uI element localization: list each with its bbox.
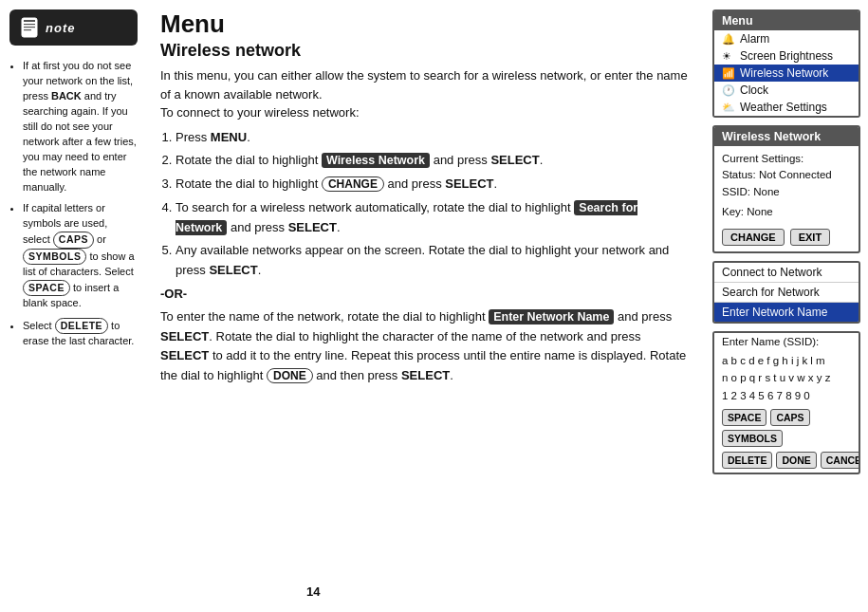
note-label: note	[46, 21, 75, 35]
note-box: note	[9, 9, 138, 46]
step-2: Rotate the dial to highlight Wireless Ne…	[175, 151, 692, 171]
step-5: Any available networks appear on the scr…	[175, 241, 692, 281]
search-for-network-label: Search for Network	[722, 286, 820, 299]
enter-name-btns-row2: DELETE DONE CANCEL	[714, 450, 859, 473]
chars-row3: 1 2 3 4 5 6 7 8 9 0	[722, 387, 851, 404]
menu-item-brightness-label: Screen Brightness	[740, 49, 833, 63]
search-network-highlight: Search for Network	[175, 200, 637, 235]
svg-rect-2	[24, 24, 35, 25]
clock-icon: 🕐	[722, 84, 735, 97]
menu-item-alarm[interactable]: 🔔 Alarm	[714, 30, 859, 47]
list-item: If capital letters or symbols are used, …	[23, 201, 138, 310]
list-item: Select DELETE to erase the last characte…	[23, 318, 138, 349]
enter-network-name-item[interactable]: Enter Network Name	[714, 303, 859, 322]
wireless-ssid-label: SSID: None	[722, 184, 851, 200]
chars-row1: a b c d e f g h i j k l m	[722, 352, 851, 369]
enter-network-name-label: Enter Network Name	[722, 306, 827, 319]
menu-header: Menu	[714, 11, 859, 30]
select-bold-2: SELECT	[490, 153, 539, 167]
connect-to-network-box: Connect to Network Search for Network En…	[712, 261, 860, 324]
menu-item-screen-brightness[interactable]: ☀ Screen Brightness	[714, 47, 859, 65]
svg-rect-4	[24, 29, 31, 30]
change-oval: CHANGE	[322, 176, 384, 192]
menu-bold: MENU	[211, 130, 247, 144]
page-title: Menu	[160, 9, 692, 39]
enter-name-box: Enter Name (SSID): a b c d e f g h i j k…	[712, 331, 860, 474]
step-4: To search for a wireless network automat…	[175, 198, 692, 238]
wireless-network-highlight: Wireless Network	[322, 153, 430, 168]
or-line: -OR-	[160, 285, 692, 305]
wireless-status-box: Wireless Network Current Settings: Statu…	[712, 125, 860, 253]
intro-text: In this menu, you can either allow the s…	[160, 66, 692, 122]
svg-rect-1	[24, 20, 35, 22]
enter-name-btns-row1: SPACE CAPS SYMBOLS	[714, 406, 859, 450]
cancel-button[interactable]: CANCEL	[821, 452, 860, 469]
enter-name-chars: a b c d e f g h i j k l m n o p q r s t …	[714, 349, 859, 406]
brightness-icon: ☀	[722, 50, 735, 63]
search-for-network-item[interactable]: Search for Network	[714, 283, 859, 303]
select-bold-7: SELECT	[160, 348, 209, 362]
wireless-buttons: CHANGE EXIT	[714, 225, 859, 251]
caps-oval: CAPS	[53, 232, 94, 248]
select-bold-8: SELECT	[401, 368, 450, 382]
alarm-icon: 🔔	[722, 33, 735, 46]
wireless-current-label: Current Settings:	[722, 151, 851, 167]
symbols-oval: SYMBOLS	[23, 249, 86, 265]
menu-item-wireless-network[interactable]: 📶 Wireless Network	[714, 65, 859, 82]
menu-item-weather[interactable]: ⛅ Weather Settings	[714, 99, 859, 116]
symbols-button[interactable]: SYMBOLS	[722, 430, 783, 447]
wireless-key-label: Key: None	[722, 204, 851, 220]
wireless-status-header: Wireless Network	[714, 127, 859, 146]
left-panel: note If at first you do not see your net…	[0, 0, 147, 612]
caps-button[interactable]: CAPS	[770, 409, 809, 426]
change-button[interactable]: CHANGE	[722, 229, 785, 246]
wireless-status-content: Current Settings: Status: Not Connected …	[714, 146, 859, 225]
connect-to-network-label: Connect to Network	[722, 266, 822, 279]
delete-button[interactable]: DELETE	[722, 452, 772, 469]
to-connect-text: To connect to your wireless network:	[160, 105, 360, 120]
done-oval: DONE	[267, 368, 313, 383]
chars-row2: n o p q r s t u v w x y z	[722, 369, 851, 386]
wireless-status-label: Status: Not Connected	[722, 167, 851, 183]
exit-button[interactable]: EXIT	[790, 229, 830, 246]
back-bold: BACK	[51, 90, 82, 102]
svg-rect-3	[24, 27, 35, 28]
delete-oval: DELETE	[55, 318, 108, 334]
enter-name-title: Enter Name (SSID):	[714, 333, 859, 349]
wireless-icon: 📶	[722, 67, 735, 80]
intro-sentence1: In this menu, you can either allow the s…	[160, 68, 688, 102]
center-panel: Menu Wireless network In this menu, you …	[147, 0, 709, 612]
section-title: Wireless network	[160, 41, 692, 61]
right-panel: Menu 🔔 Alarm ☀ Screen Brightness 📶 Wirel…	[709, 0, 868, 612]
menu-item-clock-label: Clock	[740, 83, 768, 97]
enter-network-highlight: Enter Network Name	[489, 309, 614, 325]
connect-to-network-item[interactable]: Connect to Network	[714, 263, 859, 283]
list-item: If at first you do not see your network …	[23, 59, 138, 195]
or-paragraph: To enter the name of the network, rotate…	[160, 307, 692, 386]
steps: Press MENU. Rotate the dial to highlight…	[160, 128, 692, 387]
select-bold-6: SELECT	[160, 329, 209, 343]
select-bold-3: SELECT	[445, 176, 493, 191]
space-button[interactable]: SPACE	[722, 409, 766, 426]
select-bold-5: SELECT	[209, 263, 257, 277]
select-bold-4: SELECT	[288, 220, 337, 234]
bullet-list: If at first you do not see your network …	[9, 59, 138, 356]
step-1: Press MENU.	[175, 128, 692, 148]
step-3: Rotate the dial to highlight CHANGE and …	[175, 175, 692, 195]
note-icon	[19, 17, 40, 38]
menu-item-alarm-label: Alarm	[740, 32, 769, 46]
menu-item-wireless-label: Wireless Network	[740, 66, 828, 80]
page-number: 14	[306, 584, 320, 599]
weather-icon: ⛅	[722, 102, 735, 114]
space-oval: SPACE	[23, 280, 70, 296]
done-button[interactable]: DONE	[776, 452, 816, 469]
menu-item-clock[interactable]: 🕐 Clock	[714, 82, 859, 99]
menu-box: Menu 🔔 Alarm ☀ Screen Brightness 📶 Wirel…	[712, 9, 860, 118]
menu-item-weather-label: Weather Settings	[740, 101, 827, 114]
